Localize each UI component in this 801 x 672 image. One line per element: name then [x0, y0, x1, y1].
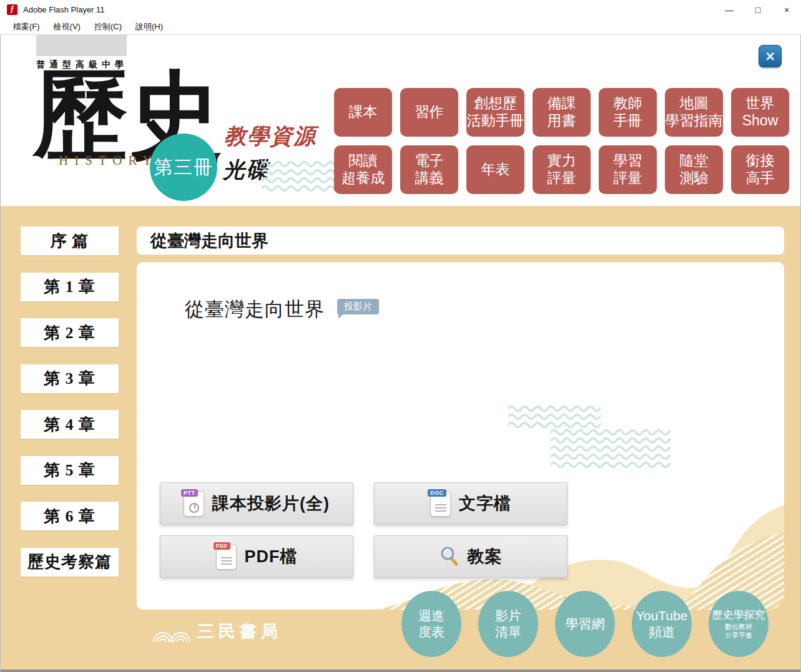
chapter-sidebar: 序 篇 第 1 章 第 2 章 第 3 章 第 4 章 第 5 章 第 6 章 … [21, 226, 119, 577]
nav-teacher-manual-button[interactable]: 教師 手冊 [599, 88, 657, 137]
minimize-button[interactable]: — [715, 0, 744, 19]
wave-decoration-icon [262, 158, 335, 194]
menubar: 檔案(F) 檢視(V) 控制(C) 說明(H) [0, 19, 801, 35]
menu-file[interactable]: 檔案(F) [6, 21, 47, 32]
subject-subtitle: HISTORY [59, 153, 158, 168]
menu-help[interactable]: 說明(H) [129, 21, 170, 32]
nav-activity-handbook-button[interactable]: 創想歷 活動手冊 [466, 88, 524, 137]
menu-view[interactable]: 檢視(V) [47, 21, 87, 32]
publisher-name: 三民書局 [197, 620, 282, 643]
section-header: 從臺灣走向世界 [137, 226, 784, 255]
publisher-logo: 三民書局 [152, 620, 282, 643]
pdf-file-button[interactable]: PDF PDF檔 [160, 535, 353, 578]
titlebar: ƒ Adobe Flash Player 11 — □ × [0, 0, 801, 19]
weekly-progress-button[interactable]: 週進 度表 [401, 591, 461, 657]
text-file-button[interactable]: DOC 文字檔 [374, 482, 568, 525]
nav-reading-button[interactable]: 閱讀 超養成 [334, 145, 392, 194]
nav-learning-test-button[interactable]: 學習 評量 [599, 145, 657, 194]
nav-world-show-button[interactable]: 世界 Show [731, 88, 789, 137]
nav-map-guide-button[interactable]: 地圖 學習指南 [665, 88, 723, 137]
sidebar-item-ch5[interactable]: 第 5 章 [21, 456, 119, 485]
content-panel: 從臺灣走向世界 投影片 [137, 262, 784, 610]
nav-lesson-prep-button[interactable]: 備課 用書 [533, 88, 591, 137]
window-title: Adobe Flash Player 11 [23, 5, 105, 14]
learning-site-button[interactable]: 學習網 [555, 591, 615, 657]
download-buttons-grid: PTT 課本投影片(全) DOC 文字檔 P [160, 482, 568, 578]
content-title-row: 從臺灣走向世界 投影片 [185, 296, 379, 323]
sanmin-arches-icon [152, 624, 191, 643]
close-button[interactable]: × [772, 0, 801, 19]
header-section: 普通型高級中學 × 歷史 HISTORY 第三冊 教學資源 光碟 課本 習作 創… [1, 36, 800, 206]
nav-ability-test-button[interactable]: 實力 評量 [533, 145, 591, 194]
sidebar-item-field-study[interactable]: 歷史考察篇 [21, 548, 119, 577]
sidebar-item-ch3[interactable]: 第 3 章 [21, 364, 119, 393]
lesson-plan-button[interactable]: 教案 [374, 535, 568, 578]
flash-player-window: ƒ Adobe Flash Player 11 — □ × 檔案(F) 檢視(V… [0, 0, 801, 672]
doc-file-icon: DOC [430, 491, 451, 517]
ppt-file-icon: PTT [184, 491, 204, 517]
menu-control[interactable]: 控制(C) [87, 21, 129, 32]
maximize-button[interactable]: □ [744, 0, 772, 19]
nav-bridging-button[interactable]: 銜接 高手 [731, 145, 789, 194]
body-section: 序 篇 第 1 章 第 2 章 第 3 章 第 4 章 第 5 章 第 6 章 … [1, 206, 800, 670]
nav-quiz-button[interactable]: 隨堂 測驗 [665, 145, 723, 194]
publisher-logo-placeholder [36, 34, 127, 56]
flash-stage: 普通型高級中學 × 歷史 HISTORY 第三冊 教學資源 光碟 課本 習作 創… [1, 36, 800, 670]
sidebar-item-ch6[interactable]: 第 6 章 [21, 502, 119, 530]
slides-tag: 投影片 [337, 299, 379, 314]
flash-player-icon: ƒ [7, 4, 17, 15]
nav-textbook-button[interactable]: 課本 [334, 88, 392, 137]
volume-badge: 第三冊 [150, 134, 217, 201]
window-controls: — □ × [715, 0, 801, 19]
content-title: 從臺灣走向世界 [185, 296, 325, 323]
sidebar-item-ch1[interactable]: 第 1 章 [21, 273, 119, 301]
sidebar-item-ch4[interactable]: 第 4 章 [21, 410, 119, 439]
resource-nav-grid: 課本 習作 創想歷 活動手冊 備課 用書 教師 手冊 地圖 學習指南 世界 Sh… [334, 88, 789, 194]
video-list-button[interactable]: 影片 清單 [478, 591, 538, 657]
history-inquiry-button[interactable]: 歷史學探究 數位教材 分享平臺 [709, 591, 769, 657]
sidebar-item-intro[interactable]: 序 篇 [21, 226, 119, 255]
nav-timeline-button[interactable]: 年表 [466, 145, 524, 194]
footer-links: 週進 度表 影片 清單 學習網 YouTube 頻道 歷史學探究 數位教材 分享… [1, 591, 800, 660]
magnifier-icon [440, 546, 459, 567]
youtube-channel-button[interactable]: YouTube 頻道 [632, 591, 692, 657]
exit-application-button[interactable]: × [759, 45, 782, 67]
textbook-slides-button[interactable]: PTT 課本投影片(全) [160, 482, 353, 525]
nav-workbook-button[interactable]: 習作 [400, 88, 458, 137]
tagline-teaching-resources: 教學資源 [224, 122, 317, 151]
sidebar-item-ch2[interactable]: 第 2 章 [21, 318, 119, 347]
nav-electure-button[interactable]: 電子 講義 [400, 145, 458, 194]
pdf-file-icon: PDF [216, 544, 237, 570]
